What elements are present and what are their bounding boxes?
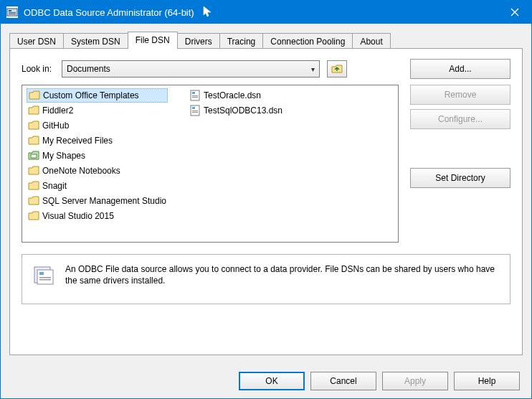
tab-tracing[interactable]: Tracing (219, 33, 264, 49)
svg-rect-4 (31, 154, 37, 158)
chevron-down-icon: ▾ (311, 65, 315, 73)
list-item[interactable]: OneNote Notebooks (27, 164, 168, 178)
list-item[interactable]: TestOracle.dsn (188, 88, 284, 103)
cancel-button[interactable]: Cancel (310, 372, 376, 390)
list-item[interactable]: GitHub (27, 118, 168, 133)
list-item[interactable]: Visual Studio 2015 (27, 209, 168, 223)
up-one-level-button[interactable] (327, 60, 347, 78)
folder-icon (29, 90, 40, 101)
lookin-row: Look in: Documents ▾ Add... (22, 59, 510, 79)
list-item-label: My Shapes (42, 151, 85, 161)
folder-icon (28, 210, 39, 222)
list-item[interactable]: Snagit (27, 179, 168, 193)
folder-icon (28, 105, 39, 116)
list-item-label: OneNote Notebooks (42, 166, 120, 176)
svg-rect-16 (39, 277, 51, 278)
folder-icon (28, 195, 39, 207)
svg-rect-17 (39, 279, 51, 281)
titlebar[interactable]: ODBC Data Source Administrator (64-bit) (1, 1, 531, 24)
svg-rect-7 (192, 95, 198, 96)
list-item[interactable]: My Shapes (27, 149, 168, 163)
folder-icon (28, 165, 39, 177)
list-item-label: Custom Office Templates (43, 90, 139, 100)
info-text: An ODBC File data source allows you to c… (65, 263, 500, 286)
list-item-label: GitHub (42, 121, 69, 131)
side-button-column: Remove Configure... Set Directory (410, 85, 510, 188)
folder-icon (28, 135, 39, 146)
dialog-button-bar: OK Cancel Apply Help (1, 364, 531, 398)
lookin-label: Look in: (22, 64, 52, 74)
svg-rect-2 (9, 12, 16, 13)
tab-file-dsn[interactable]: File DSN (128, 32, 178, 49)
cursor-icon (203, 6, 213, 19)
list-item-label: SQL Server Management Studio (42, 196, 166, 206)
window-frame: ODBC Data Source Administrator (64-bit) … (0, 0, 532, 399)
svg-rect-15 (39, 272, 44, 275)
list-item-label: Fiddler2 (42, 105, 73, 116)
svg-rect-1 (9, 10, 11, 11)
app-icon (6, 6, 18, 18)
info-icon (32, 263, 55, 288)
svg-rect-12 (192, 112, 198, 113)
dsn-file-icon (189, 90, 201, 101)
close-button[interactable] (498, 1, 531, 24)
tab-panel-file-dsn: Look in: Documents ▾ Add... (9, 48, 523, 355)
svg-rect-10 (192, 107, 195, 109)
list-item[interactable]: SQL Server Management Studio (27, 194, 168, 208)
list-item-label: Visual Studio 2015 (42, 211, 114, 221)
tab-connection-pooling[interactable]: Connection Pooling (262, 33, 353, 49)
file-list-col1: Custom Office Templates Fiddler2 GitHub (27, 88, 168, 239)
apply-button[interactable]: Apply (382, 372, 448, 390)
window-title: ODBC Data Source Administrator (64-bit) (24, 7, 194, 18)
tab-about[interactable]: About (352, 33, 390, 49)
svg-rect-8 (192, 97, 198, 98)
file-list-col2: TestOracle.dsn TestSqlODBC13.dsn (188, 88, 284, 239)
folder-icon (28, 120, 39, 131)
file-list[interactable]: Custom Office Templates Fiddler2 GitHub (22, 85, 399, 243)
tab-user-dsn[interactable]: User DSN (9, 33, 64, 49)
svg-rect-3 (9, 14, 16, 14)
list-item[interactable]: My Received Files (27, 133, 168, 148)
tab-drivers[interactable]: Drivers (177, 33, 220, 49)
lookin-value: Documents (67, 64, 110, 74)
configure-button[interactable]: Configure... (410, 109, 510, 129)
folder-icon (28, 180, 39, 192)
ok-button[interactable]: OK (239, 372, 305, 390)
list-item[interactable]: Custom Office Templates (27, 88, 168, 103)
tab-system-dsn[interactable]: System DSN (63, 33, 128, 49)
list-item[interactable]: TestSqlODBC13.dsn (188, 103, 284, 118)
list-item[interactable]: Fiddler2 (27, 103, 168, 118)
set-directory-button[interactable]: Set Directory (410, 168, 510, 188)
folder-special-icon (28, 150, 39, 161)
info-box: An ODBC File data source allows you to c… (22, 254, 510, 304)
list-item-label: TestOracle.dsn (204, 90, 261, 100)
remove-button[interactable]: Remove (410, 85, 510, 105)
list-item-label: My Received Files (42, 136, 113, 146)
list-item-label: Snagit (42, 181, 67, 191)
svg-rect-11 (192, 111, 198, 111)
lookin-combobox[interactable]: Documents ▾ (62, 60, 320, 78)
add-button[interactable]: Add... (410, 59, 510, 79)
list-item-label: TestSqlODBC13.dsn (204, 105, 282, 116)
help-button[interactable]: Help (454, 372, 520, 390)
content-area: User DSN System DSN File DSN Drivers Tra… (1, 24, 531, 364)
tab-strip: User DSN System DSN File DSN Drivers Tra… (9, 31, 523, 48)
svg-rect-6 (192, 92, 195, 94)
dsn-file-icon (189, 105, 201, 116)
